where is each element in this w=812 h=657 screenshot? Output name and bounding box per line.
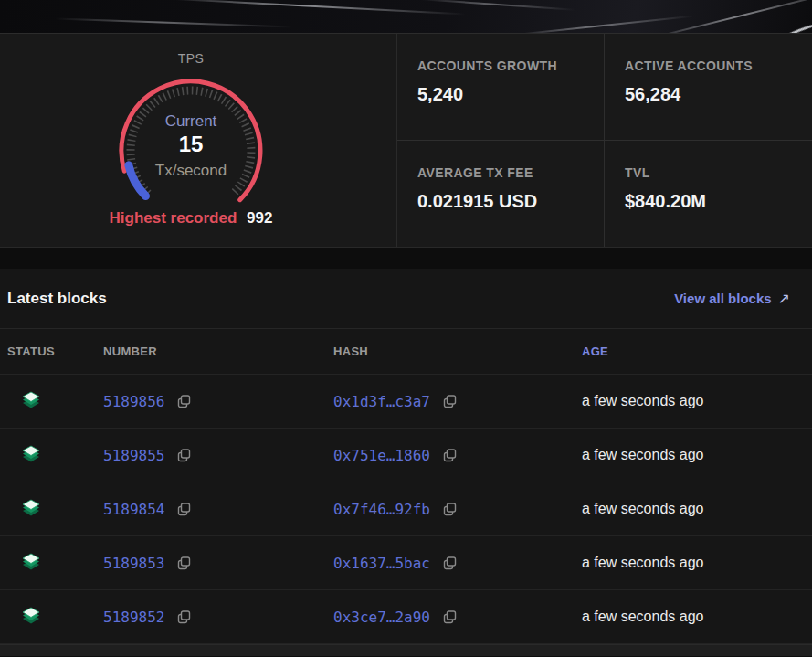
tps-gauge-panel: TPS Current 15 Tx/second Highest recorde… <box>0 34 397 247</box>
block-number-link[interactable]: 5189855 <box>103 447 164 464</box>
copy-hash-button[interactable] <box>443 503 457 516</box>
block-hash-link[interactable]: 0x7f46…92fb <box>333 501 430 518</box>
stat-active-accounts: ACTIVE ACCOUNTS 56,284 <box>605 34 812 141</box>
table-row: 5189856 0x1d3f…c3a7 a few seconds ago <box>0 375 812 429</box>
copy-icon <box>443 610 457 624</box>
table-row: 5189852 0x3ce7…2a90 a few seconds ago <box>0 590 812 644</box>
gauge-highest-recorded: Highest recorded 992 <box>0 209 382 228</box>
copy-number-button[interactable] <box>177 449 191 462</box>
stat-average-tx-fee: AVERAGE TX FEE 0.021915 USD <box>397 141 605 248</box>
block-number-link[interactable]: 5189856 <box>103 393 164 410</box>
copy-icon <box>177 449 191 462</box>
banner-streak <box>164 0 466 16</box>
block-finalized-icon <box>20 607 42 627</box>
copy-hash-button[interactable] <box>443 449 457 462</box>
block-age: a few seconds ago <box>582 393 812 409</box>
stats-strip: TPS Current 15 Tx/second Highest recorde… <box>0 34 812 248</box>
table-row: 5189855 0x751e…1860 a few seconds ago <box>0 429 812 482</box>
block-number-link[interactable]: 5189852 <box>103 609 164 626</box>
block-number-link[interactable]: 5189853 <box>103 555 164 572</box>
stat-accounts-growth: ACCOUNTS GROWTH 5,240 <box>397 34 605 141</box>
column-hash: HASH <box>333 344 582 358</box>
column-number: NUMBER <box>103 344 333 358</box>
stats-grid: ACCOUNTS GROWTH 5,240 ACTIVE ACCOUNTS 56… <box>397 34 812 247</box>
table-row: 5189853 0x1637…5bac a few seconds ago <box>0 536 812 590</box>
copy-icon <box>177 610 191 624</box>
stat-label: ACTIVE ACCOUNTS <box>625 58 812 73</box>
block-number-link[interactable]: 5189854 <box>103 501 164 518</box>
block-finalized-icon <box>20 391 42 411</box>
block-age: a few seconds ago <box>582 501 812 517</box>
gauge-current-value: 15 <box>100 132 282 157</box>
external-arrow-icon: ↗ <box>778 290 790 307</box>
copy-icon <box>177 556 191 570</box>
section-gap <box>0 248 812 269</box>
blocks-table: 5189856 0x1d3f…c3a7 a few seconds ago <box>0 375 812 644</box>
block-finalized-icon <box>20 499 42 519</box>
stat-tvl: TVL $840.20M <box>605 141 812 248</box>
copy-hash-button[interactable] <box>443 395 457 408</box>
copy-number-button[interactable] <box>177 503 191 516</box>
stat-value: $840.20M <box>625 191 812 212</box>
copy-number-button[interactable] <box>177 395 191 408</box>
latest-blocks-header: Latest blocks View all blocks ↗ <box>0 269 812 329</box>
stat-value: 0.021915 USD <box>417 191 604 212</box>
copy-icon <box>443 449 457 462</box>
dashboard: TPS Current 15 Tx/second Highest recorde… <box>0 0 812 657</box>
gauge-current-label: Current <box>100 112 282 131</box>
stat-label: AVERAGE TX FEE <box>417 165 604 180</box>
banner-streak <box>55 17 292 27</box>
copy-hash-button[interactable] <box>443 610 457 624</box>
column-age: AGE <box>582 344 812 358</box>
stat-label: TVL <box>625 165 812 180</box>
block-hash-link[interactable]: 0x3ce7…2a90 <box>333 609 430 626</box>
block-finalized-icon <box>20 553 42 573</box>
block-hash-link[interactable]: 0x751e…1860 <box>333 447 430 464</box>
latest-blocks-section: Latest blocks View all blocks ↗ STATUS N… <box>0 269 812 644</box>
block-hash-link[interactable]: 0x1d3f…c3a7 <box>333 393 430 410</box>
block-hash-link[interactable]: 0x1637…5bac <box>333 555 430 572</box>
block-age: a few seconds ago <box>582 555 812 571</box>
section-title: Latest blocks <box>7 290 107 308</box>
copy-icon <box>177 395 191 408</box>
copy-number-button[interactable] <box>177 556 191 570</box>
copy-icon <box>443 395 457 408</box>
next-section-edge <box>0 644 812 656</box>
column-status: STATUS <box>7 344 103 358</box>
stat-value: 5,240 <box>417 84 604 105</box>
block-finalized-icon <box>20 445 42 465</box>
copy-icon <box>443 503 457 516</box>
copy-icon <box>443 556 457 570</box>
block-age: a few seconds ago <box>582 609 812 625</box>
copy-number-button[interactable] <box>177 610 191 624</box>
copy-hash-button[interactable] <box>443 556 457 570</box>
highest-recorded-label: Highest recorded <box>110 209 237 227</box>
hero-banner <box>0 0 812 34</box>
stat-value: 56,284 <box>625 84 812 105</box>
tps-title: TPS <box>0 51 382 66</box>
banner-streak <box>420 0 575 11</box>
table-row: 5189854 0x7f46…92fb a few seconds ago <box>0 482 812 536</box>
view-all-blocks-link[interactable]: View all blocks ↗ <box>674 290 790 307</box>
stat-label: ACCOUNTS GROWTH <box>417 58 604 73</box>
banner-streak <box>511 16 693 34</box>
view-all-label: View all blocks <box>674 291 771 306</box>
block-age: a few seconds ago <box>582 447 812 463</box>
copy-icon <box>177 503 191 516</box>
gauge-unit-label: Tx/second <box>100 162 282 180</box>
blocks-table-header: STATUS NUMBER HASH AGE <box>0 329 812 375</box>
highest-recorded-value: 992 <box>247 209 272 227</box>
